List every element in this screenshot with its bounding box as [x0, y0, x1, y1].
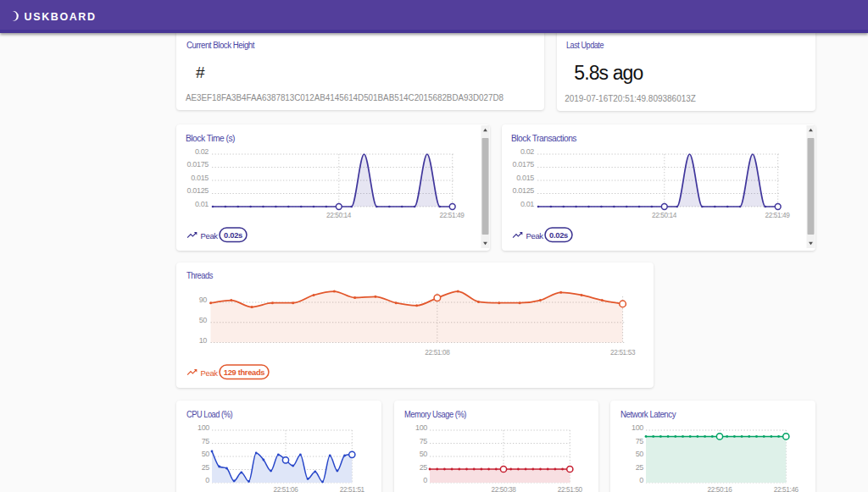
svg-text:0: 0	[639, 476, 643, 484]
svg-text:22:50:16: 22:50:16	[708, 485, 732, 492]
svg-text:25: 25	[202, 463, 210, 472]
svg-text:Peak: Peak	[201, 231, 219, 240]
svg-text:0.02: 0.02	[195, 147, 209, 156]
svg-text:CPU Load (%): CPU Load (%)	[186, 410, 232, 419]
svg-text:0.02: 0.02	[520, 147, 534, 156]
svg-text:0.015: 0.015	[191, 174, 209, 182]
svg-text:22:51:49: 22:51:49	[765, 211, 790, 219]
svg-text:22:50:38: 22:50:38	[492, 485, 516, 492]
svg-text:Last Update: Last Update	[566, 41, 604, 50]
svg-text:5.8s ago: 5.8s ago	[574, 62, 643, 84]
svg-text:75: 75	[420, 437, 428, 445]
svg-text:100: 100	[198, 423, 209, 432]
svg-text:#: #	[196, 64, 205, 81]
svg-text:Memory Usage (%): Memory Usage (%)	[404, 410, 466, 419]
svg-text:Network Latency: Network Latency	[620, 410, 676, 419]
svg-text:10: 10	[199, 336, 208, 345]
svg-text:0.02s: 0.02s	[224, 231, 242, 240]
svg-text:0.0175: 0.0175	[187, 160, 209, 169]
svg-text:Threads: Threads	[186, 271, 213, 280]
svg-text:25: 25	[636, 463, 644, 472]
svg-text:100: 100	[415, 423, 427, 432]
svg-text:22:51:06: 22:51:06	[274, 485, 298, 492]
svg-text:75: 75	[636, 437, 644, 445]
svg-text:Peak: Peak	[201, 368, 219, 378]
svg-text:AE3EF18FA3B4FAA6387813C012AB41: AE3EF18FA3B4FAA6387813C012AB4145614D501B…	[186, 93, 504, 102]
svg-text:0.0125: 0.0125	[187, 186, 209, 195]
svg-text:50: 50	[636, 450, 644, 458]
svg-text:22:51:50: 22:51:50	[558, 485, 582, 492]
svg-text:22:50:14: 22:50:14	[326, 211, 351, 219]
svg-text:50: 50	[202, 450, 210, 458]
svg-text:0.0125: 0.0125	[513, 186, 535, 195]
svg-text:Current Block Height: Current Block Height	[186, 41, 255, 50]
svg-text:Block Time (s): Block Time (s)	[186, 134, 235, 143]
svg-text:22:51:49: 22:51:49	[440, 211, 465, 219]
svg-text:0: 0	[423, 476, 427, 484]
svg-text:Peak: Peak	[526, 231, 544, 240]
svg-text:2019-07-16T20:51:49.809386013Z: 2019-07-16T20:51:49.809386013Z	[565, 94, 696, 103]
svg-text:0.0175: 0.0175	[513, 160, 535, 169]
svg-text:0: 0	[205, 476, 209, 484]
svg-text:22:51:08: 22:51:08	[425, 348, 449, 357]
svg-text:50: 50	[199, 316, 208, 324]
svg-text:22:51:51: 22:51:51	[340, 485, 364, 492]
svg-text:90: 90	[199, 296, 208, 304]
svg-text:0.01: 0.01	[195, 200, 209, 208]
svg-text:25: 25	[420, 463, 428, 472]
svg-text:75: 75	[202, 437, 210, 445]
svg-text:Block Transactions: Block Transactions	[511, 134, 577, 143]
svg-text:22:50:14: 22:50:14	[652, 211, 676, 219]
svg-text:129 threads: 129 threads	[224, 368, 265, 377]
svg-text:22:51:53: 22:51:53	[610, 348, 635, 357]
svg-text:22:51:46: 22:51:46	[774, 485, 798, 492]
svg-text:0.01: 0.01	[520, 200, 534, 208]
svg-text:0.02s: 0.02s	[549, 231, 568, 240]
svg-text:0.015: 0.015	[516, 174, 534, 182]
svg-text:50: 50	[420, 450, 428, 458]
svg-text:100: 100	[632, 423, 643, 432]
